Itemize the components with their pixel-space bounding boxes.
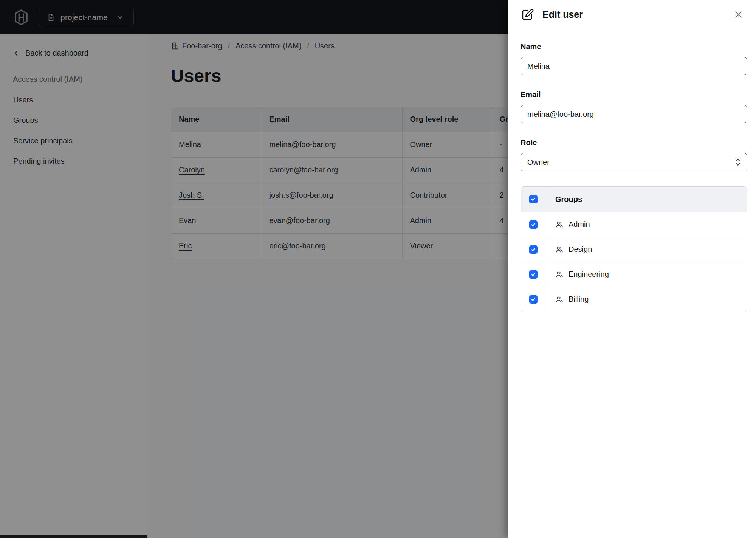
role-select[interactable]: Owner	[521, 153, 747, 171]
name-field-group: Name	[521, 42, 747, 75]
edit-pencil-square-icon	[521, 8, 534, 22]
email-field[interactable]	[521, 105, 747, 123]
group-checkbox-admin[interactable]	[529, 220, 538, 229]
group-label: Design	[569, 245, 592, 254]
group-label: Admin	[569, 220, 590, 229]
groups-header-label: Groups	[555, 195, 582, 204]
role-field-label: Role	[521, 138, 747, 147]
close-drawer-button[interactable]	[732, 8, 745, 21]
edit-user-drawer: Edit user Name Email Role Owner	[508, 0, 756, 538]
select-stepper-icon	[734, 157, 742, 167]
email-field-label: Email	[521, 90, 747, 99]
close-icon	[734, 10, 743, 19]
role-field-group: Role Owner	[521, 138, 747, 171]
checkmark-icon	[531, 197, 536, 202]
users-group-icon	[555, 270, 564, 279]
users-group-icon	[555, 220, 564, 229]
group-checkbox-design[interactable]	[529, 245, 538, 254]
drawer-body: Name Email Role Owner	[508, 29, 756, 312]
checkmark-icon	[531, 222, 536, 227]
select-all-groups-checkbox[interactable]	[529, 195, 538, 203]
group-row-billing: Billing	[521, 287, 747, 312]
group-row-engineering: Engineering	[521, 262, 747, 287]
name-field[interactable]	[521, 57, 747, 75]
drawer-title: Edit user	[542, 9, 583, 20]
group-row-design: Design	[521, 237, 747, 262]
group-checkbox-billing[interactable]	[529, 295, 538, 304]
users-group-icon	[555, 245, 564, 254]
group-label: Engineering	[569, 270, 609, 279]
groups-header-row: Groups	[521, 187, 747, 212]
group-row-admin: Admin	[521, 212, 747, 237]
users-group-icon	[555, 295, 564, 304]
name-field-label: Name	[521, 42, 747, 51]
checkmark-icon	[531, 272, 536, 277]
role-select-value: Owner	[527, 158, 550, 167]
checkmark-icon	[531, 247, 536, 252]
drawer-header: Edit user	[508, 0, 756, 29]
group-label: Billing	[569, 295, 589, 304]
email-field-group: Email	[521, 90, 747, 123]
app-root: project-name Back to dashboard Access co…	[0, 0, 756, 538]
group-checkbox-engineering[interactable]	[529, 270, 538, 279]
groups-panel: Groups Admin	[521, 186, 747, 312]
checkmark-icon	[531, 297, 536, 302]
